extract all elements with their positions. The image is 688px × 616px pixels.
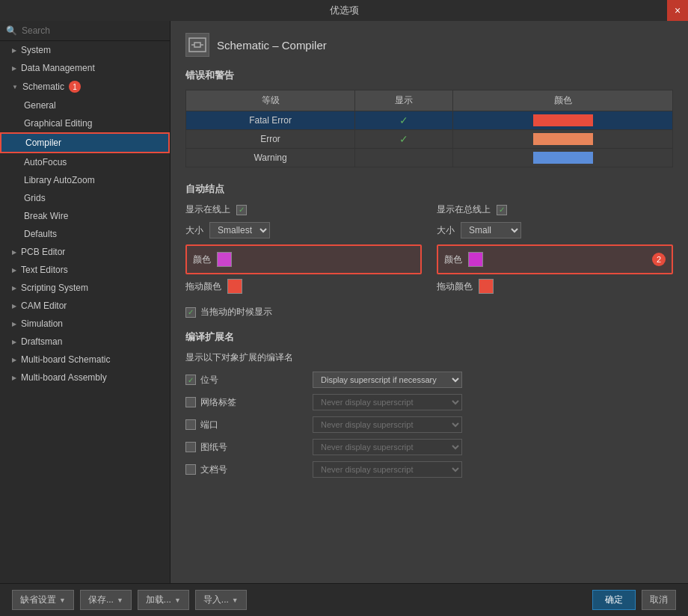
level-cell: Warning	[186, 149, 355, 167]
defaults-button[interactable]: 缺省设置 ▼	[12, 590, 74, 610]
port-checkbox[interactable]	[185, 419, 196, 430]
search-bar: 🔍	[0, 21, 170, 41]
size-select-left[interactable]: Smallest Small Medium Large	[209, 222, 270, 238]
save-button[interactable]: 保存... ▼	[80, 590, 132, 610]
color-cell[interactable]	[453, 111, 673, 130]
position-checkbox[interactable]	[185, 375, 196, 385]
show-on-wire-row: 显示在线上	[185, 203, 422, 216]
cancel-button[interactable]: 取消	[642, 590, 676, 610]
sheet-number-superscript-select[interactable]: Never display superscript Display supers…	[313, 439, 462, 455]
sidebar-item-label: Library AutoZoom	[24, 175, 95, 185]
errors-table: 等级 显示 颜色 Fatal Error ✓ Error ✓	[185, 90, 673, 167]
show-dragging-label: 当拖动的时候显示	[200, 306, 272, 318]
compile-extension-title: 编译扩展名	[185, 330, 673, 344]
doc-number-superscript-select[interactable]: Never display superscript Display supers…	[313, 461, 462, 478]
show-on-bus-row: 显示在总线上	[437, 203, 673, 216]
position-check-label: 位号	[185, 374, 305, 386]
ok-button[interactable]: 确定	[592, 590, 636, 610]
errors-section: 错误和警告 等级 显示 颜色 Fatal Error ✓	[185, 69, 673, 167]
drag-color-label-left: 拖动颜色	[185, 280, 221, 293]
color-cell[interactable]	[453, 149, 673, 167]
sheet-number-checkbox[interactable]	[185, 442, 196, 452]
sidebar-item-scripting-system[interactable]: Scripting System	[0, 279, 170, 297]
sidebar-item-multi-board-assembly[interactable]: Multi-board Assembly	[0, 369, 170, 386]
compile-extension-section: 编译扩展名 显示以下对象扩展的编译名 位号 Display superscrip…	[185, 330, 673, 478]
size-select-right[interactable]: Smallest Small Medium Large	[461, 222, 521, 238]
sheet-number-check-label: 图纸号	[185, 441, 305, 454]
doc-number-checkbox[interactable]	[185, 464, 196, 475]
sidebar-item-label: Defaults	[24, 229, 57, 239]
search-icon: 🔍	[6, 25, 17, 36]
svg-rect-3	[194, 43, 200, 47]
net-label-superscript-select[interactable]: Never display superscript Display supers…	[313, 394, 462, 410]
color-row-left: 颜色	[193, 252, 414, 267]
import-button[interactable]: 导入... ▼	[195, 590, 247, 610]
drag-color-row-left: 拖动颜色	[185, 279, 422, 294]
sidebar-item-label: Compiler	[25, 138, 61, 148]
sidebar-item-text-editors[interactable]: Text Editors	[0, 261, 170, 279]
col-display: 显示	[355, 90, 453, 111]
col-color: 颜色	[453, 90, 673, 111]
sidebar-item-library-autozoom[interactable]: Library AutoZoom	[0, 171, 170, 189]
search-input[interactable]	[22, 25, 164, 36]
position-label: 位号	[200, 374, 218, 386]
sidebar-item-cam-editor[interactable]: CAM Editor	[0, 297, 170, 315]
sidebar-item-defaults[interactable]: Defaults	[0, 225, 170, 243]
display-cell[interactable]: ✓	[355, 130, 453, 149]
show-dragging-row: 当拖动的时候显示	[185, 306, 673, 318]
sidebar-item-compiler[interactable]: Compiler	[0, 132, 170, 153]
sidebar-item-data-management[interactable]: Data Management	[0, 59, 170, 77]
compile-row-port: 端口 Never display superscript Display sup…	[185, 416, 673, 433]
sidebar-item-autofocus[interactable]: AutoFocus	[0, 153, 170, 171]
display-cell[interactable]: ✓	[355, 111, 453, 130]
sidebar-item-label: General	[24, 100, 56, 111]
show-dragging-checkbox[interactable]	[185, 307, 196, 318]
junction-right: 显示在总线上 大小 Smallest Small Medium Large	[437, 203, 673, 300]
title-bar: 优选项 ×	[0, 0, 688, 21]
close-icon: ×	[675, 4, 681, 16]
sidebar-item-graphical-editing[interactable]: Graphical Editing	[0, 114, 170, 132]
sidebar-item-label: PCB Editor	[21, 247, 65, 257]
page-icon	[185, 33, 209, 57]
sidebar-item-grids[interactable]: Grids	[0, 189, 170, 207]
net-label-checkbox[interactable]	[185, 397, 196, 407]
drag-color-picker-right[interactable]	[479, 279, 494, 294]
color-label-left: 颜色	[193, 253, 211, 266]
sidebar-item-system[interactable]: System	[0, 41, 170, 59]
table-row: Warning	[186, 149, 673, 167]
color-picker-left[interactable]	[217, 252, 232, 267]
ok-label: 确定	[605, 594, 623, 605]
close-button[interactable]: ×	[667, 0, 688, 21]
sidebar-item-label: Multi-board Assembly	[21, 372, 107, 383]
sidebar-item-simulation[interactable]: Simulation	[0, 315, 170, 333]
drag-color-picker-left[interactable]	[227, 279, 242, 294]
size-label-left: 大小	[185, 224, 203, 237]
sidebar-item-draftsman[interactable]: Draftsman	[0, 333, 170, 351]
size-row-left: 大小 Smallest Small Medium Large	[185, 222, 422, 238]
sidebar-item-label: Break Wire	[24, 211, 68, 221]
footer: 缺省设置 ▼ 保存... ▼ 加载... ▼ 导入... ▼ 确定 取消	[0, 583, 688, 616]
port-superscript-select[interactable]: Never display superscript Display supers…	[313, 416, 462, 433]
display-cell[interactable]	[355, 149, 453, 167]
sidebar-item-multi-board-schematic[interactable]: Multi-board Schematic	[0, 351, 170, 369]
compile-row-position: 位号 Display superscript if necessary Neve…	[185, 372, 673, 388]
sidebar-item-label: CAM Editor	[21, 301, 67, 311]
content-area: Schematic – Compiler 错误和警告 等级 显示 颜色 Fata…	[171, 21, 688, 583]
level-cell: Error	[186, 130, 355, 149]
sidebar-item-schematic[interactable]: Schematic 1	[0, 77, 170, 96]
sidebar-item-pcb-editor[interactable]: PCB Editor	[0, 243, 170, 261]
load-button[interactable]: 加载... ▼	[138, 590, 189, 610]
show-on-wire-checkbox[interactable]	[236, 205, 247, 215]
compile-subtitle: 显示以下对象扩展的编译名	[185, 351, 673, 364]
net-label-check-label: 网络标签	[185, 396, 305, 409]
table-row: Fatal Error ✓	[186, 111, 673, 130]
doc-number-check-label: 文档号	[185, 463, 305, 476]
show-on-bus-checkbox[interactable]	[497, 205, 507, 215]
color-cell[interactable]	[453, 130, 673, 149]
position-superscript-select[interactable]: Display superscript if necessary Never d…	[313, 372, 462, 388]
color-picker-right[interactable]	[468, 252, 483, 267]
sidebar-item-break-wire[interactable]: Break Wire	[0, 207, 170, 225]
color-row-right: 颜色	[444, 252, 646, 267]
sidebar: 🔍 System Data Management Schematic 1 Gen…	[0, 21, 171, 583]
sidebar-item-general[interactable]: General	[0, 96, 170, 114]
